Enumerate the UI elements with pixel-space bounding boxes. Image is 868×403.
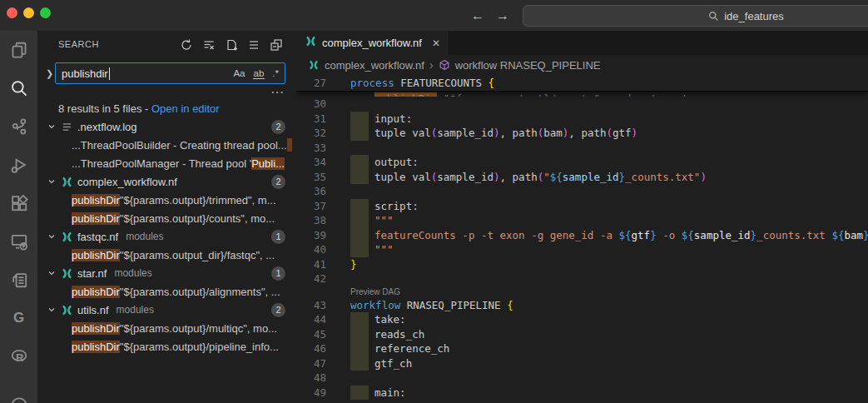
extensions-icon[interactable]	[0, 184, 37, 222]
match-highlight: publishDir	[72, 212, 120, 225]
result-match[interactable]: ...ThreadPoolManager - Thread pool 'Publ…	[37, 154, 296, 172]
result-file-star.nf[interactable]: star.nfmodules1	[37, 264, 296, 282]
code-text: workflow RNASEQ_PIPELINE {	[350, 298, 513, 313]
code-line-47[interactable]: 47gtf_ch	[296, 356, 868, 371]
code-line-36[interactable]: 36	[296, 184, 868, 199]
line-number: 32	[296, 126, 326, 141]
result-file-utils.nf[interactable]: utils.nfmodules2	[37, 301, 296, 319]
result-match[interactable]: publishDir "${params.output}/trimmed", m…	[37, 191, 296, 209]
match-text: "${params.output}/alignments", ...	[120, 286, 280, 298]
tab-close-icon[interactable]: ✕	[432, 37, 440, 49]
breadcrumb-item[interactable]: complex_workflow.nf	[325, 59, 424, 72]
result-match[interactable]: publishDir "${params.output}/multiqc", m…	[37, 319, 296, 337]
navigate-back-button[interactable]: ←	[471, 8, 484, 23]
line-number: 36	[296, 184, 326, 199]
match-highlight: publishDir	[72, 286, 120, 298]
code-line-34[interactable]: 34output:	[296, 155, 868, 170]
line-number: 45	[296, 327, 326, 342]
chevron-down-icon[interactable]	[47, 177, 57, 187]
result-file-fastqc.nf[interactable]: fastqc.nfmodules1	[37, 227, 296, 246]
result-file-.nextflow.log[interactable]: .nextflow.log2	[37, 117, 296, 136]
chevron-down-icon[interactable]	[47, 231, 57, 241]
minimize-window-button[interactable]	[23, 7, 34, 18]
code-line-32[interactable]: 32tuple val(sample_id), path(bam), path(…	[296, 126, 868, 141]
indent-highlight	[350, 356, 369, 371]
code-line-43[interactable]: 43workflow RNASEQ_PIPELINE {	[296, 298, 868, 313]
open-new-search-editor-icon[interactable]	[223, 37, 240, 53]
search-toolbar	[178, 37, 285, 53]
sticky-scroll-line[interactable]: 27process FEATURECOUNTS {	[296, 75, 868, 92]
code-line-41[interactable]: 41}	[296, 257, 868, 272]
indent-highlight	[350, 327, 369, 342]
gitlens-icon[interactable]: G	[0, 299, 37, 337]
activity-bar: GR	[0, 31, 37, 403]
code-line-42[interactable]: 42	[296, 271, 868, 286]
results-count-text: 8 results in 5 files -	[58, 102, 151, 115]
result-match[interactable]: publishDir "${params.output}/alignments"…	[37, 282, 296, 301]
match-case-toggle[interactable]: Aa	[232, 68, 246, 78]
command-center[interactable]: ide_features	[523, 5, 868, 27]
refresh-icon[interactable]	[178, 37, 195, 53]
code-editor[interactable]: 27process FEATURECOUNTS { publishDir "${…	[296, 75, 868, 403]
search-input[interactable]: publishdir Aaab.*	[55, 62, 285, 84]
search-icon[interactable]	[0, 69, 37, 107]
breadcrumb-item[interactable]: workflow RNASEQ_PIPELINE	[455, 59, 601, 72]
account-partial-icon[interactable]	[0, 376, 37, 403]
code-line-40[interactable]: 40"""	[296, 242, 868, 257]
remote-explorer-icon[interactable]	[0, 222, 37, 261]
result-match[interactable]: publishDir "${params.output}/pipeline_in…	[37, 337, 296, 356]
collapse-all-icon[interactable]	[268, 37, 285, 53]
code-line-46[interactable]: 46reference_ch	[296, 341, 868, 356]
svg-text:R: R	[15, 351, 23, 364]
code-line-30[interactable]: 30	[296, 97, 868, 112]
line-number: 30	[296, 97, 326, 112]
result-match[interactable]: publishDir "${params.output}/counts", mo…	[37, 209, 296, 227]
run-debug-icon[interactable]	[0, 146, 37, 184]
files-icon[interactable]	[0, 31, 37, 69]
result-match[interactable]: ...ThreadPoolBuilder - Creating thread p…	[37, 136, 296, 154]
chevron-down-icon[interactable]	[47, 122, 57, 132]
code-text: tuple val(sample_id), path("${sample_id}…	[374, 170, 707, 185]
maximize-window-button[interactable]	[40, 7, 51, 18]
nextflow-icon	[61, 231, 73, 243]
r-language-icon[interactable]: R	[0, 337, 37, 376]
tab-complex-workflow[interactable]: complex_workflow.nf ✕	[296, 31, 449, 55]
open-in-editor-link[interactable]: Open in editor	[151, 102, 220, 115]
nextflow-icon	[61, 176, 73, 188]
code-line-48[interactable]: 48	[296, 371, 868, 386]
search-input-toggles: Aaab.*	[232, 63, 280, 83]
view-as-list-icon[interactable]	[246, 37, 262, 53]
code-line-38[interactable]: 38"""	[296, 213, 868, 228]
match-whole-word-toggle[interactable]: ab	[253, 68, 265, 79]
file-path: modules	[114, 267, 151, 279]
codelens-preview-dag[interactable]: Preview DAG	[296, 286, 868, 298]
code-line-35[interactable]: 35tuple val(sample_id), path("${sample_i…	[296, 170, 868, 185]
navigate-forward-button[interactable]: →	[496, 8, 509, 23]
use-regex-toggle[interactable]: .*	[271, 68, 280, 78]
match-highlight	[287, 138, 292, 152]
code-line-39[interactable]: 39featureCounts -p -t exon -g gene_id -a…	[296, 228, 868, 243]
result-file-complex_workflow.nf[interactable]: complex_workflow.nf2	[37, 172, 296, 191]
toggle-search-details-button[interactable]: ···	[271, 86, 285, 98]
code-line-37[interactable]: 37script:	[296, 199, 868, 214]
code-line-33[interactable]: 33	[296, 141, 868, 156]
line-number: 43	[296, 298, 326, 313]
clear-search-results-icon[interactable]	[201, 37, 217, 53]
code-line-45[interactable]: 45reads_ch	[296, 327, 868, 342]
chevron-down-icon[interactable]	[47, 268, 57, 278]
source-control-icon[interactable]	[0, 107, 37, 146]
panel-title: SEARCH	[58, 39, 99, 49]
match-text: "${params.output}/pipeline_info...	[120, 341, 279, 353]
search-panel-header: SEARCH	[37, 31, 296, 60]
code-line-44[interactable]: 44take:	[296, 312, 868, 327]
result-match[interactable]: publishDir "${params.output_dir}/fastqc"…	[37, 246, 296, 264]
task-list-icon[interactable]	[0, 261, 37, 299]
search-summary: 8 results in 5 files - Open in editor	[58, 102, 220, 115]
toggle-replace-chevron[interactable]: ❯	[46, 68, 53, 79]
code-line-49[interactable]: 49main:	[296, 386, 868, 401]
code-line-31[interactable]: 31input:	[296, 112, 868, 127]
chevron-down-icon[interactable]	[47, 305, 57, 315]
close-window-button[interactable]	[7, 7, 17, 18]
code-text: output:	[374, 155, 419, 170]
command-center-text: ide_features	[724, 10, 784, 22]
